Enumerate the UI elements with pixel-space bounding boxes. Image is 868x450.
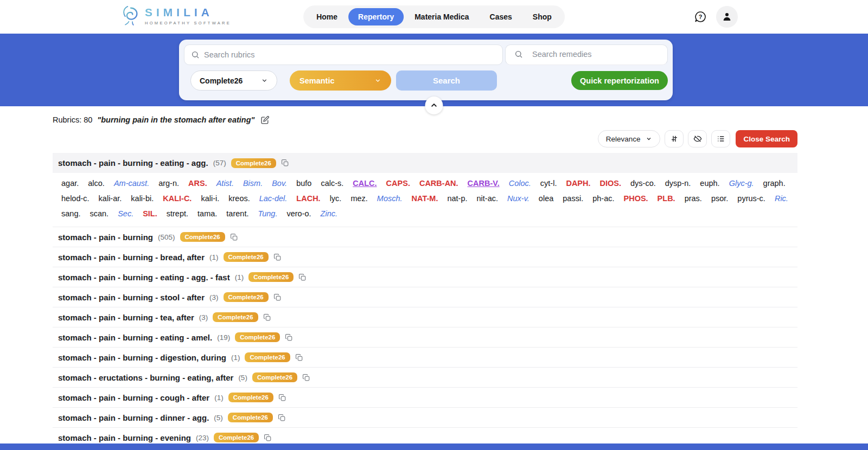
remedy-abbrev[interactable]: vero-o. — [286, 208, 311, 220]
sort-dropdown[interactable]: Relevance — [598, 130, 661, 147]
remedy-abbrev[interactable]: mez. — [350, 193, 367, 204]
search-button[interactable]: Search — [396, 70, 497, 91]
remedy-abbrev[interactable]: Lac-del. — [259, 193, 288, 204]
remedy-abbrev[interactable]: euph. — [700, 178, 719, 189]
remedy-abbrev[interactable]: calc-s. — [321, 178, 343, 189]
remedy-abbrev[interactable]: ARS. — [188, 178, 207, 189]
remedy-abbrev[interactable]: kali-bi. — [131, 193, 154, 204]
rubric-row[interactable]: stomach - pain - burning(505)Complete26 — [53, 227, 797, 247]
hide-remedies-button[interactable] — [688, 130, 707, 147]
search-remedies-input[interactable] — [532, 50, 662, 59]
nav-item-repertory[interactable]: Repertory — [348, 8, 404, 25]
repertory-dropdown[interactable]: Complete26 — [190, 70, 277, 91]
remedy-abbrev[interactable]: dysp-n. — [665, 178, 691, 189]
remedy-abbrev[interactable]: psor. — [711, 193, 728, 204]
rubric-row[interactable]: stomach - pain - burning - tea, after(3)… — [53, 307, 797, 327]
copy-rubric-button[interactable] — [263, 313, 271, 322]
remedy-abbrev[interactable]: DAPH. — [566, 178, 590, 189]
remedy-abbrev[interactable]: scan. — [90, 208, 108, 220]
copy-rubric-button[interactable] — [278, 394, 286, 402]
app-logo[interactable]: SIMILIA HOMEOPATHY SOFTWARE — [120, 4, 231, 27]
remedy-abbrev[interactable]: cyt-l. — [540, 178, 557, 189]
search-rubrics-input[interactable] — [204, 50, 496, 59]
rubric-row[interactable]: stomach - eructations - burning - eating… — [53, 368, 797, 388]
search-mode-dropdown[interactable]: Semantic — [290, 70, 391, 91]
remedy-abbrev[interactable]: NAT-M. — [412, 193, 438, 204]
remedy-abbrev[interactable]: CARB-AN. — [419, 178, 458, 189]
remedy-abbrev[interactable]: dys-co. — [630, 178, 656, 189]
remedy-abbrev[interactable]: Mosch. — [377, 193, 403, 204]
remedy-abbrev[interactable]: kreos. — [228, 193, 250, 204]
remedy-abbrev[interactable]: Nux-v. — [507, 193, 529, 204]
remedy-abbrev[interactable]: Ric. — [775, 193, 788, 204]
remedy-abbrev[interactable]: tama. — [197, 208, 217, 220]
remedy-abbrev[interactable]: CAPS. — [386, 178, 410, 189]
remedy-abbrev[interactable]: pyrus-c. — [737, 193, 765, 204]
copy-rubric-button[interactable] — [295, 353, 303, 362]
rubric-row[interactable]: stomach - pain - burning - eating - amel… — [53, 327, 797, 348]
copy-rubric-button[interactable] — [302, 374, 310, 382]
search-rubrics-field[interactable] — [184, 44, 503, 65]
remedy-abbrev[interactable]: helod-c. — [61, 193, 90, 204]
nav-item-materia-medica[interactable]: Materia Medica — [405, 8, 478, 25]
rubric-row[interactable]: stomach - pain - burning - digestion, du… — [53, 348, 797, 368]
remedy-abbrev[interactable]: PLB. — [658, 193, 675, 204]
remedy-abbrev[interactable]: kali-i. — [201, 193, 219, 204]
copy-rubric-button[interactable] — [230, 233, 238, 241]
remedy-abbrev[interactable]: Coloc. — [509, 178, 531, 189]
remedy-abbrev[interactable]: Am-caust. — [114, 178, 149, 189]
rubric-row[interactable]: stomach - pain - burning - eating - agg.… — [53, 153, 797, 173]
remedy-abbrev[interactable]: Bism. — [243, 178, 263, 189]
copy-rubric-button[interactable] — [285, 333, 293, 342]
remedy-abbrev[interactable]: strept. — [167, 208, 188, 220]
remedy-abbrev[interactable]: pras. — [685, 193, 702, 204]
remedy-abbrev[interactable]: Sec. — [118, 208, 133, 220]
remedy-abbrev[interactable]: Glyc-g. — [729, 178, 754, 189]
user-avatar-button[interactable] — [716, 6, 738, 28]
quick-repertorization-button[interactable]: Quick repertorization — [571, 71, 668, 90]
help-button[interactable]: ? — [693, 10, 707, 24]
remedy-abbrev[interactable]: Atist. — [216, 178, 234, 189]
remedy-abbrev[interactable]: Bov. — [272, 178, 287, 189]
close-search-button[interactable]: Close Search — [736, 130, 797, 147]
remedy-abbrev[interactable]: kali-ar. — [99, 193, 122, 204]
remedy-abbrev[interactable]: CARB-V. — [468, 178, 500, 189]
rubric-row[interactable]: stomach - pain - burning - bread, after(… — [53, 247, 797, 267]
nav-item-cases[interactable]: Cases — [480, 8, 522, 25]
search-remedies-field[interactable] — [505, 44, 668, 65]
copy-rubric-button[interactable] — [298, 273, 307, 281]
remedy-abbrev[interactable]: PHOS. — [623, 193, 648, 204]
remedy-abbrev[interactable]: arg-n. — [158, 178, 179, 189]
remedy-abbrev[interactable]: Zinc. — [321, 208, 337, 220]
rubric-row[interactable]: stomach - pain - burning - cough - after… — [53, 388, 797, 408]
remedy-abbrev[interactable]: sang. — [61, 208, 80, 220]
remedy-abbrev[interactable]: SIL. — [143, 208, 157, 220]
remedy-abbrev[interactable]: passi. — [563, 193, 583, 204]
remedy-abbrev[interactable]: Tung. — [258, 208, 277, 220]
remedy-abbrev[interactable]: bufo — [296, 178, 311, 189]
remedy-abbrev[interactable]: tarent. — [226, 208, 248, 220]
remedy-abbrev[interactable]: graph. — [763, 178, 786, 189]
remedy-abbrev[interactable]: DIOS. — [600, 178, 621, 189]
remedy-abbrev[interactable]: lyc. — [330, 193, 342, 204]
remedy-abbrev[interactable]: nat-p. — [447, 193, 467, 204]
rubric-row[interactable]: stomach - pain - burning - eating - agg.… — [53, 267, 797, 287]
remedy-abbrev[interactable]: olea — [539, 193, 553, 204]
copy-rubric-button[interactable] — [273, 253, 282, 261]
copy-rubric-button[interactable] — [264, 434, 272, 442]
remedy-abbrev[interactable]: agar. — [61, 178, 79, 189]
rubric-row[interactable]: stomach - pain - burning - dinner - agg.… — [53, 408, 797, 428]
nav-item-home[interactable]: Home — [307, 8, 347, 25]
filter-sliders-button[interactable] — [665, 130, 684, 147]
remedy-abbrev[interactable]: LACH. — [296, 193, 320, 204]
copy-rubric-button[interactable] — [278, 414, 286, 422]
nav-item-shop[interactable]: Shop — [523, 8, 561, 25]
rubric-row[interactable]: stomach - pain - burning - stool - after… — [53, 287, 797, 307]
collapse-search-button[interactable] — [425, 97, 443, 114]
copy-rubric-button[interactable] — [273, 293, 282, 301]
list-view-button[interactable] — [711, 130, 730, 147]
remedy-abbrev[interactable]: ph-ac. — [592, 193, 614, 204]
remedy-abbrev[interactable]: CALC. — [353, 178, 376, 189]
remedy-abbrev[interactable]: alco. — [88, 178, 105, 189]
remedy-abbrev[interactable]: nit-ac. — [477, 193, 499, 204]
